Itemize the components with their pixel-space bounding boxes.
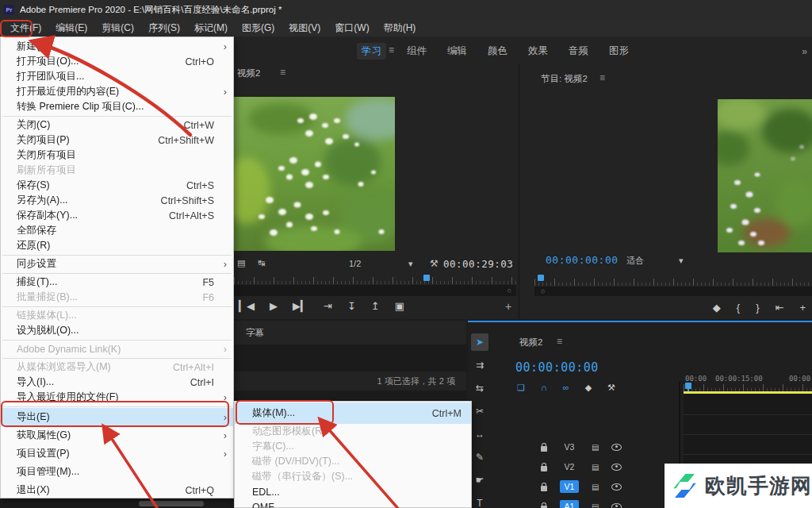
export-submenu-item[interactable]: EDL... bbox=[235, 484, 471, 499]
tab-audio[interactable]: 音频 bbox=[569, 44, 588, 58]
menu-file[interactable]: 文件(F) bbox=[3, 19, 48, 37]
program-zoom-select[interactable]: 适合 bbox=[626, 255, 644, 267]
file-menu-item[interactable]: 关闭所有项目 › bbox=[1, 148, 233, 163]
track-label[interactable]: V1 bbox=[560, 480, 579, 493]
sync-lock-icon[interactable]: ▤ bbox=[592, 483, 599, 491]
timeline-menu-icon[interactable]: ≡ bbox=[557, 336, 562, 347]
file-menu-item[interactable]: 批量捕捉(B)... F6 › bbox=[1, 290, 233, 305]
add-marker-icon[interactable]: ◆ bbox=[585, 383, 592, 393]
tab-graphics[interactable]: 图形 bbox=[609, 44, 629, 58]
play-button[interactable]: ▶ bbox=[270, 300, 278, 312]
sync-lock-icon[interactable]: ▤ bbox=[592, 463, 599, 471]
snap-icon[interactable]: ∩ bbox=[541, 383, 547, 393]
program-zoom-chevron-icon[interactable]: ▾ bbox=[679, 256, 684, 266]
source-time-ruler[interactable] bbox=[234, 271, 516, 284]
track-label[interactable]: V2 bbox=[560, 460, 579, 473]
file-menu-export[interactable]: 导出(E) › bbox=[1, 408, 233, 426]
insert-nest-icon[interactable]: ❏ bbox=[517, 383, 525, 393]
export-submenu-item[interactable]: 字幕(C)... bbox=[235, 439, 471, 454]
file-menu-item[interactable]: 设为脱机(O)... › bbox=[1, 323, 233, 338]
track-select-tool[interactable]: ⇉ bbox=[471, 356, 488, 374]
track-lock-icon[interactable] bbox=[541, 466, 547, 471]
file-menu-item[interactable]: 链接媒体(L)... › bbox=[1, 308, 233, 323]
mark-in-button[interactable]: { bbox=[737, 302, 740, 314]
insert-button[interactable]: ↧ bbox=[347, 300, 356, 312]
resolution-chevron-icon[interactable]: ▾ bbox=[408, 259, 413, 269]
source-panel-menu-icon[interactable]: ≡ bbox=[280, 67, 285, 78]
hand-tool[interactable]: ☛ bbox=[471, 471, 488, 489]
file-menu-item[interactable]: 还原(R) › bbox=[1, 238, 233, 253]
file-menu-item[interactable]: 打开团队项目... › bbox=[1, 69, 233, 84]
file-menu-item[interactable]: 转换 Premiere Clip 项目(C)... › bbox=[1, 99, 233, 114]
add-marker-button[interactable]: ◆ bbox=[713, 302, 721, 314]
add-button[interactable]: + bbox=[799, 302, 806, 314]
step-back-button[interactable]: ▎◀ bbox=[239, 300, 255, 312]
file-menu-item[interactable]: 另存为(A)... Ctrl+Shift+S › bbox=[1, 193, 233, 208]
workspace-menu-icon[interactable]: ≡ bbox=[389, 44, 394, 56]
export-submenu-item[interactable]: 磁带（串行设备）(S)... bbox=[235, 469, 471, 484]
program-scrollbar[interactable]: ○ bbox=[534, 287, 812, 296]
file-menu-item[interactable]: 打开最近使用的内容(E) › bbox=[1, 84, 233, 99]
toggle-track-output-icon[interactable] bbox=[611, 503, 622, 508]
submenu-media[interactable]: 媒体(M)... Ctrl+M bbox=[235, 402, 471, 424]
tab-assembly[interactable]: 组件 bbox=[407, 44, 427, 58]
linked-selection-icon[interactable]: ∞ bbox=[563, 383, 569, 393]
menu-edit[interactable]: 编辑(E) bbox=[48, 19, 94, 37]
goto-next-edit-button[interactable]: ⇥ bbox=[324, 300, 332, 312]
menu-graphics[interactable]: 图形(G) bbox=[235, 19, 282, 37]
source-zoom-handle-icon[interactable]: ○ bbox=[508, 287, 511, 294]
sync-lock-icon[interactable]: ▤ bbox=[592, 502, 599, 508]
menu-markers[interactable]: 标记(M) bbox=[187, 19, 235, 37]
file-menu-item[interactable]: 打开项目(O)... Ctrl+O › bbox=[1, 54, 233, 69]
toggle-track-output-icon[interactable] bbox=[611, 444, 622, 451]
export-frame-button[interactable]: ▣ bbox=[395, 300, 404, 312]
file-menu-item[interactable]: 同步设置 › bbox=[1, 256, 233, 271]
track-label[interactable]: A1 bbox=[560, 500, 579, 508]
menu-help[interactable]: 帮助(H) bbox=[377, 19, 423, 37]
track-lock-icon[interactable] bbox=[541, 506, 547, 508]
track-lock-icon[interactable] bbox=[541, 446, 547, 452]
source-trim-icon[interactable]: ↹ bbox=[258, 258, 265, 268]
track-label[interactable]: V3 bbox=[560, 441, 579, 453]
tab-effects[interactable]: 效果 bbox=[528, 44, 548, 58]
file-menu-item[interactable]: 获取属性(G) › bbox=[1, 426, 233, 444]
program-panel-title[interactable]: 节目: 视频2 bbox=[541, 73, 588, 85]
file-menu-item[interactable]: 导入最近使用的文件(F) › bbox=[1, 390, 233, 405]
file-menu-item[interactable]: 新建(N) › bbox=[1, 39, 233, 54]
timeline-lanes[interactable] bbox=[684, 394, 812, 465]
menu-window[interactable]: 窗口(W) bbox=[327, 19, 376, 37]
timeline-timecode[interactable]: 00:00:00:00 bbox=[515, 360, 599, 375]
toggle-track-output-icon[interactable] bbox=[611, 483, 622, 491]
playback-resolution-select[interactable]: 1/2 bbox=[349, 259, 361, 268]
program-zoom-handle-icon[interactable]: ○ bbox=[541, 287, 545, 295]
timeline-playhead[interactable] bbox=[685, 383, 691, 389]
program-time-ruler[interactable] bbox=[534, 273, 812, 286]
tab-learning[interactable]: 学习 bbox=[357, 43, 386, 60]
workspace-overflow-icon[interactable]: » bbox=[802, 46, 807, 57]
captions-tab[interactable]: 字幕 bbox=[246, 327, 264, 339]
menu-view[interactable]: 视图(V) bbox=[282, 19, 327, 37]
track-lock-icon[interactable] bbox=[541, 486, 547, 491]
file-menu-item[interactable]: 捕捉(T)... F5 › bbox=[1, 275, 233, 290]
file-menu-item[interactable]: 项目设置(P) › bbox=[1, 444, 233, 463]
source-button-editor-icon[interactable]: + bbox=[505, 300, 511, 313]
source-settings-icon[interactable]: ▤ bbox=[237, 258, 245, 268]
export-submenu-item[interactable]: 动态图形模板(R) bbox=[235, 424, 471, 439]
razor-tool[interactable]: ✂ bbox=[471, 402, 488, 420]
file-menu-item[interactable]: 关闭项目(P) Ctrl+Shift+W › bbox=[1, 133, 233, 148]
horizontal-scrollbar[interactable] bbox=[139, 501, 204, 506]
source-scrollbar[interactable]: ○ bbox=[234, 285, 516, 296]
pen-tool[interactable]: ✎ bbox=[471, 448, 488, 466]
file-menu-item[interactable]: Adobe Dynamic Link(K) › bbox=[1, 341, 233, 356]
file-menu-item[interactable]: 从媒体浏览器导入(M) Ctrl+Alt+I › bbox=[1, 360, 233, 375]
mark-out-button[interactable]: } bbox=[756, 302, 759, 314]
goto-in-button[interactable]: ⇤ bbox=[776, 302, 784, 314]
ripple-edit-tool[interactable]: ⇆ bbox=[471, 379, 488, 397]
timeline-ruler[interactable] bbox=[684, 381, 812, 391]
timeline-settings-wrench-icon[interactable]: ⚒ bbox=[607, 383, 615, 393]
tab-color[interactable]: 颜色 bbox=[488, 44, 508, 58]
source-playhead[interactable] bbox=[423, 275, 430, 281]
type-tool[interactable]: T bbox=[471, 495, 488, 508]
program-panel-menu-icon[interactable]: ≡ bbox=[599, 72, 605, 83]
step-forward-button[interactable]: ▶▎ bbox=[293, 300, 308, 312]
